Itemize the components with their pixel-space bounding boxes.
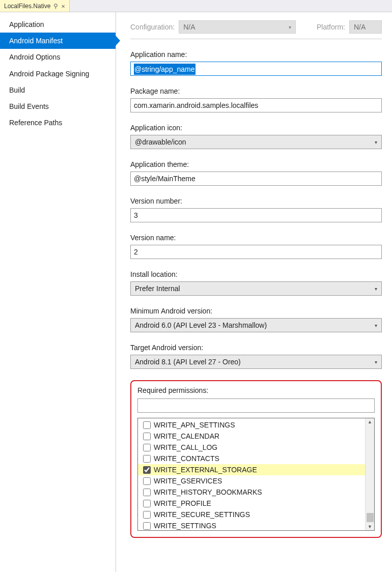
version-number-field: Version number: (130, 197, 382, 222)
scrollbar-thumb[interactable] (367, 513, 374, 522)
platform-select: N/A (349, 20, 382, 34)
permission-checkbox[interactable] (143, 489, 151, 496)
minimum-android-value: Android 6.0 (API Level 23 - Marshmallow) (135, 321, 267, 329)
scroll-down-icon[interactable]: ▼ (368, 523, 372, 530)
target-android-value: Android 8.1 (API Level 27 - Oreo) (135, 358, 241, 366)
platform-label: Platform: (317, 23, 345, 31)
permission-name: WRITE_APN_SETTINGS (154, 421, 235, 429)
package-name-field: Package name: (130, 87, 382, 112)
sidebar-item-android-options[interactable]: Android Options (0, 49, 116, 65)
application-name-value: @string/app_name (134, 64, 195, 75)
chevron-down-icon: ▾ (375, 139, 377, 145)
sidebar-item-android-package-signing[interactable]: Android Package Signing (0, 66, 116, 82)
permission-checkbox[interactable] (143, 466, 151, 474)
permission-row[interactable]: WRITE_CALL_LOG (138, 442, 365, 453)
install-location-field: Install location: Prefer Internal ▾ (130, 270, 382, 296)
permission-name: WRITE_CALENDAR (154, 432, 219, 440)
version-name-input[interactable] (130, 245, 382, 259)
sidebar-item-label: Android Package Signing (9, 70, 89, 78)
sidebar-item-android-manifest[interactable]: Android Manifest (0, 33, 116, 49)
pin-icon[interactable]: ⚲ (53, 3, 58, 10)
platform-value: N/A (354, 23, 366, 31)
version-name-label: Version name: (130, 234, 382, 242)
permission-name: WRITE_HISTORY_BOOKMARKS (154, 488, 262, 496)
sidebar-item-label: Build Events (9, 102, 49, 110)
permission-name: WRITE_GSERVICES (154, 477, 222, 485)
permission-checkbox[interactable] (143, 455, 151, 463)
minimum-android-select[interactable]: Android 6.0 (API Level 23 - Marshmallow)… (130, 318, 382, 332)
sidebar-item-label: Application (9, 20, 44, 28)
permission-checkbox[interactable] (143, 477, 151, 485)
application-theme-input[interactable] (130, 171, 382, 186)
divider (130, 39, 382, 39)
permission-row[interactable]: WRITE_EXTERNAL_STORAGE (138, 464, 365, 475)
sidebar-item-label: Build (9, 86, 25, 94)
configuration-label: Configuration: (130, 23, 175, 31)
permission-name: WRITE_CONTACTS (154, 454, 219, 463)
scrollbar[interactable]: ▲ ▼ (365, 418, 374, 530)
application-name-field: Application name: @string/app_name (130, 50, 382, 76)
application-icon-select[interactable]: @drawable/icon ▾ (130, 135, 382, 149)
application-theme-field: Application theme: (130, 160, 382, 186)
package-name-label: Package name: (130, 87, 382, 95)
sidebar-item-build-events[interactable]: Build Events (0, 98, 116, 115)
chevron-down-icon: ▾ (375, 359, 377, 365)
configuration-value: N/A (183, 23, 195, 31)
target-android-label: Target Android version: (130, 344, 382, 352)
application-icon-label: Application icon: (130, 124, 382, 132)
chevron-down-icon: ▾ (289, 24, 291, 30)
minimum-android-label: Minimum Android version: (130, 307, 382, 315)
minimum-android-field: Minimum Android version: Android 6.0 (AP… (130, 307, 382, 332)
document-tab-title: LocalFiles.Native (4, 3, 50, 10)
application-theme-label: Application theme: (130, 160, 382, 168)
permission-checkbox[interactable] (143, 421, 151, 429)
scroll-up-icon[interactable]: ▲ (368, 418, 372, 425)
target-android-field: Target Android version: Android 8.1 (API… (130, 344, 382, 369)
permission-name: WRITE_SECURE_SETTINGS (154, 510, 250, 519)
version-number-input[interactable] (130, 208, 382, 222)
required-permissions-group: Required permissions: WRITE_APN_SETTINGS… (130, 380, 382, 538)
permission-row[interactable]: WRITE_SETTINGS (138, 520, 365, 530)
version-number-label: Version number: (130, 197, 382, 205)
install-location-value: Prefer Internal (135, 284, 180, 293)
permission-row[interactable]: WRITE_APN_SETTINGS (138, 419, 365, 431)
permission-checkbox[interactable] (143, 500, 151, 507)
application-name-input[interactable]: @string/app_name (130, 62, 382, 76)
permission-row[interactable]: WRITE_SECURE_SETTINGS (138, 509, 365, 520)
permission-row[interactable]: WRITE_PROFILE (138, 498, 365, 509)
install-location-select[interactable]: Prefer Internal ▾ (130, 281, 382, 296)
package-name-input[interactable] (130, 98, 382, 112)
manifest-form: Configuration: N/A ▾ Platform: N/A Appli… (116, 12, 392, 572)
permission-name: WRITE_CALL_LOG (154, 443, 217, 451)
sidebar-item-label: Android Options (9, 53, 60, 61)
application-icon-field: Application icon: @drawable/icon ▾ (130, 124, 382, 149)
application-icon-value: @drawable/icon (135, 138, 186, 146)
permission-checkbox[interactable] (143, 522, 151, 530)
sidebar-item-label: Android Manifest (9, 37, 63, 45)
target-android-select[interactable]: Android 8.1 (API Level 27 - Oreo) ▾ (130, 355, 382, 369)
permission-row[interactable]: WRITE_HISTORY_BOOKMARKS (138, 487, 365, 498)
version-name-field: Version name: (130, 234, 382, 259)
permission-row[interactable]: WRITE_GSERVICES (138, 475, 365, 487)
sidebar-item-reference-paths[interactable]: Reference Paths (0, 115, 116, 131)
permission-checkbox[interactable] (143, 444, 151, 451)
permissions-filter-input[interactable] (137, 398, 375, 413)
permission-checkbox[interactable] (143, 433, 151, 440)
permissions-list: WRITE_APN_SETTINGSWRITE_CALENDARWRITE_CA… (137, 418, 375, 531)
required-permissions-label: Required permissions: (137, 386, 375, 394)
permission-checkbox[interactable] (143, 511, 151, 519)
permission-name: WRITE_PROFILE (154, 499, 211, 507)
sidebar-item-application[interactable]: Application (0, 16, 116, 33)
project-properties-sidebar: Application Android Manifest Android Opt… (0, 12, 116, 572)
permission-row[interactable]: WRITE_CALENDAR (138, 431, 365, 442)
permission-row[interactable]: WRITE_CONTACTS (138, 453, 365, 464)
application-name-label: Application name: (130, 50, 382, 59)
install-location-label: Install location: (130, 270, 382, 278)
chevron-down-icon: ▾ (375, 323, 377, 328)
permission-name: WRITE_EXTERNAL_STORAGE (154, 466, 257, 474)
sidebar-item-label: Reference Paths (9, 119, 62, 127)
sidebar-item-build[interactable]: Build (0, 82, 116, 98)
document-tab[interactable]: LocalFiles.Native ⚲ ✕ (0, 0, 70, 12)
close-icon[interactable]: ✕ (61, 3, 65, 10)
permission-name: WRITE_SETTINGS (154, 522, 216, 530)
